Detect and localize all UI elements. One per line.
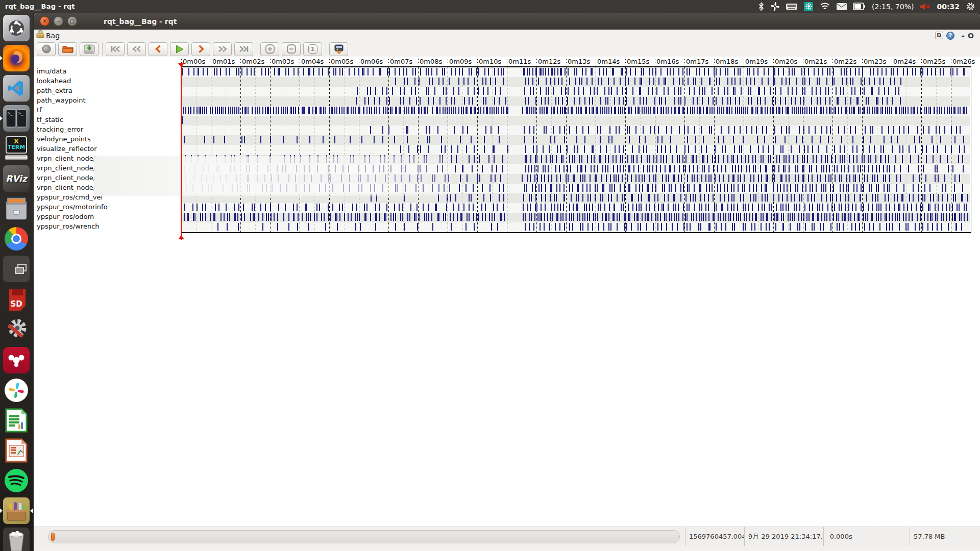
timeline-chart[interactable] <box>181 66 971 233</box>
save-bag-button[interactable] <box>80 42 99 56</box>
message-bar <box>554 136 555 143</box>
message-bar <box>873 68 874 76</box>
message-bar <box>665 165 666 172</box>
help-button[interactable]: ? <box>946 32 954 40</box>
window-titlebar[interactable]: ✕ − ◻ rqt_bag__Bag - rqt <box>34 13 980 30</box>
rewind-button[interactable] <box>127 42 146 56</box>
dock-mendeley[interactable] <box>3 347 30 373</box>
message-bar <box>535 107 536 114</box>
dock-ubuntu-dash[interactable] <box>3 15 30 41</box>
record-button[interactable] <box>37 42 56 56</box>
message-bar <box>616 126 617 134</box>
message-bar <box>610 223 611 231</box>
dock-sd-card-writer[interactable]: SD <box>3 287 30 313</box>
playhead-bottom-marker[interactable] <box>178 235 184 239</box>
message-bar <box>467 213 468 221</box>
battery-text[interactable]: (2:15, 70%) <box>872 3 914 11</box>
message-bar <box>920 204 921 211</box>
message-bar <box>648 87 649 95</box>
message-bar <box>335 213 336 221</box>
timeline-area[interactable]: imu/datalookaheadpath_extrapath_waypoint… <box>34 57 980 527</box>
message-bar <box>472 165 473 172</box>
message-bar <box>913 107 914 114</box>
dock-trash[interactable] <box>3 528 30 551</box>
dock-firefox[interactable] <box>3 45 30 71</box>
wifi-icon[interactable] <box>820 3 830 10</box>
zoom-out-button[interactable] <box>282 42 301 56</box>
dock-slack[interactable] <box>3 377 30 404</box>
message-bar <box>297 136 298 143</box>
message-bar <box>817 78 818 85</box>
dock-spotify[interactable] <box>3 467 30 494</box>
message-bar <box>524 136 525 143</box>
dock-chrome[interactable] <box>3 226 30 252</box>
panel-float-button[interactable]: O <box>968 32 974 40</box>
message-bar <box>232 107 233 114</box>
dock-system-settings[interactable] <box>3 317 30 343</box>
message-bar <box>917 213 918 221</box>
dock-libreoffice-impress[interactable] <box>3 437 30 464</box>
minimize-button[interactable]: − <box>54 16 63 26</box>
skip-to-start-button[interactable] <box>106 42 125 56</box>
dock-workspace-switcher[interactable] <box>3 256 30 282</box>
message-bar <box>184 204 185 211</box>
panel-collapse-button[interactable]: - <box>962 31 965 40</box>
message-bar <box>854 107 855 114</box>
mail-icon[interactable] <box>837 3 847 10</box>
message-bar <box>814 194 815 202</box>
message-bar <box>788 213 789 221</box>
message-bar <box>316 213 317 221</box>
message-bar <box>442 68 443 76</box>
playhead-top-marker[interactable] <box>178 63 184 67</box>
session-gear-icon[interactable] <box>966 2 975 11</box>
message-bar <box>428 145 429 153</box>
ros-icon[interactable] <box>804 2 813 11</box>
dock-rqt-toolbox[interactable] <box>3 497 30 524</box>
step-forward-button[interactable] <box>191 42 210 56</box>
message-bar <box>864 87 865 95</box>
message-bar <box>909 145 910 153</box>
message-bar <box>454 97 455 105</box>
thumbnails-button[interactable] <box>329 42 348 56</box>
dock-libreoffice-calc[interactable] <box>3 407 30 434</box>
maximize-button[interactable]: ◻ <box>67 16 77 26</box>
battery-icon[interactable] <box>853 3 865 10</box>
time-ruler[interactable]: 0m00s0m01s0m02s0m03s0m04s0m05s0m06s0m07s… <box>181 57 971 66</box>
message-bar <box>210 107 211 114</box>
open-bag-button[interactable] <box>58 42 77 56</box>
message-bar <box>875 194 876 202</box>
fast-forward-button[interactable] <box>213 42 232 56</box>
dock-widget-button[interactable]: D <box>935 32 943 39</box>
zoom-reset-button[interactable]: 1 <box>303 42 322 56</box>
message-bar <box>386 204 387 211</box>
volume-muted-icon[interactable] <box>920 3 930 10</box>
clock[interactable]: 00:32 <box>937 3 960 11</box>
message-bar <box>562 107 563 114</box>
slack-icon[interactable] <box>771 2 779 11</box>
message-bar <box>678 174 679 182</box>
dock-terminator[interactable]: >_ >_ <box>3 105 30 132</box>
keyboard-icon[interactable] <box>786 3 797 10</box>
playhead-line[interactable] <box>181 64 182 240</box>
play-button[interactable] <box>170 42 189 56</box>
skip-to-end-button[interactable] <box>234 42 253 56</box>
message-bar <box>683 184 684 192</box>
message-bar <box>880 213 881 221</box>
message-bar <box>820 136 821 143</box>
message-bar <box>529 126 530 134</box>
dock-xterm[interactable]: X TERM <box>3 135 30 162</box>
message-bar <box>903 204 904 211</box>
message-bar <box>576 68 577 76</box>
close-button[interactable]: ✕ <box>40 16 50 26</box>
bluetooth-icon[interactable] <box>758 2 764 11</box>
message-bar <box>548 165 549 172</box>
message-bar <box>184 136 185 143</box>
dock-rviz[interactable]: RViz <box>3 165 30 192</box>
dock-vscode[interactable] <box>3 75 30 102</box>
dock-file-cabinet[interactable] <box>3 195 30 222</box>
step-back-button[interactable] <box>149 42 167 56</box>
zoom-in-button[interactable] <box>260 42 279 56</box>
message-bar <box>913 174 914 182</box>
message-bar <box>621 68 622 76</box>
message-bar <box>687 136 688 143</box>
